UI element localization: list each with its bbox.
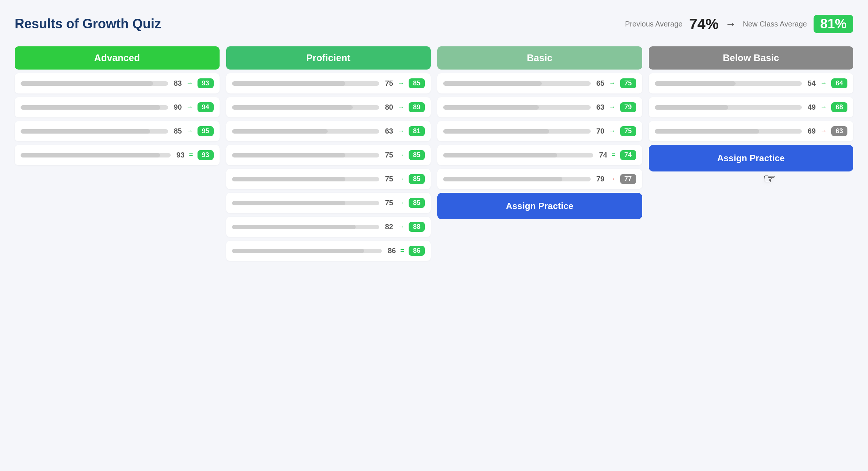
column-basic: Basic65→7563→7970→7574=7479→77Assign Pra… [437,46,642,223]
score-bar [21,129,168,134]
score-new: 64 [831,78,847,88]
student-row: 49→68 [649,97,854,117]
score-previous: 65 [594,79,605,88]
averages-section: Previous Average 74% → New Class Average… [625,15,853,33]
column-advanced: Advanced83→9390→9485→9593=93 [15,46,220,169]
score-previous: 93 [174,151,185,159]
score-change-arrow: = [612,151,616,159]
score-new: 74 [620,150,636,160]
score-bar [21,153,171,157]
new-avg-value: 81% [814,15,853,33]
score-previous: 86 [385,247,396,255]
student-row: 75→85 [226,169,431,189]
score-bar [232,81,380,86]
score-change-arrow: → [820,103,827,111]
score-previous: 49 [805,103,816,111]
score-new: 89 [409,102,425,112]
score-new: 79 [620,102,636,112]
score-change-arrow: → [398,103,404,111]
score-previous: 69 [805,127,816,135]
student-row: 63→79 [437,97,642,117]
score-new: 94 [198,102,214,112]
column-below-basic: Below Basic54→6449→6869→63Assign Practic… [649,46,854,175]
student-row: 75→85 [226,193,431,213]
score-bar [21,105,168,110]
score-change-arrow: → [398,175,404,183]
score-change-arrow: → [398,79,404,87]
score-change-arrow: → [820,79,827,87]
score-previous: 74 [597,151,607,159]
column-proficient: Proficient75→8580→8963→8175→8575→8575→85… [226,46,431,265]
score-change-arrow: → [609,103,616,111]
score-previous: 70 [594,127,605,135]
score-previous: 82 [383,223,393,231]
score-previous: 75 [383,199,393,207]
score-new: 68 [831,102,847,112]
new-avg-label: New Class Average [743,20,807,28]
score-change-arrow: → [398,199,404,207]
student-row: 75→85 [226,73,431,93]
score-new: 93 [198,150,214,160]
student-row: 65→75 [437,73,642,93]
page-header: Results of Growth Quiz Previous Average … [15,15,853,33]
score-bar [232,105,380,110]
assign-practice-button-basic[interactable]: Assign Practice [437,193,642,219]
score-bar [232,249,382,253]
score-previous: 79 [594,175,605,183]
score-bar [443,129,591,134]
score-bar [443,153,593,157]
score-previous: 63 [383,127,393,135]
score-change-arrow: → [820,127,827,135]
student-row: 69→63 [649,121,854,141]
prev-avg-label: Previous Average [625,20,682,28]
assign-btn-wrapper: Assign Practice☞ [649,145,854,175]
score-new: 85 [409,198,425,208]
score-change-arrow: → [398,151,404,159]
score-bar [232,129,380,134]
page-title: Results of Growth Quiz [15,16,625,32]
score-bar [232,177,380,181]
score-previous: 80 [383,103,393,111]
score-new: 85 [409,174,425,184]
score-bar [443,105,591,110]
score-previous: 54 [805,79,816,88]
student-row: 74=74 [437,145,642,165]
student-row: 80→89 [226,97,431,117]
score-new: 75 [620,126,636,136]
score-bar [232,225,380,229]
column-header-below-basic: Below Basic [649,46,854,70]
score-bar [232,153,380,157]
score-change-arrow: → [398,223,404,231]
student-row: 93=93 [15,145,220,165]
results-columns: Advanced83→9390→9485→9593=93Proficient75… [15,46,853,265]
score-new: 85 [409,150,425,160]
score-bar [655,81,802,86]
score-new: 95 [198,126,214,136]
score-new: 77 [620,174,636,184]
assign-practice-button-below-basic[interactable]: Assign Practice [649,145,854,171]
cursor-icon: ☞ [763,171,776,187]
student-row: 70→75 [437,121,642,141]
score-new: 81 [409,126,425,136]
student-row: 63→81 [226,121,431,141]
student-row: 54→64 [649,73,854,93]
score-change-arrow: → [609,79,616,87]
prev-avg-value: 74% [689,16,719,32]
score-previous: 75 [383,151,393,159]
score-bar [232,201,380,205]
score-new: 88 [409,222,425,232]
score-bar [21,81,168,86]
score-change-arrow: → [186,127,193,135]
score-change-arrow: → [186,79,193,87]
score-change-arrow: → [398,127,404,135]
student-row: 79→77 [437,169,642,189]
score-new: 85 [409,78,425,88]
avg-arrow: → [725,18,736,30]
column-header-basic: Basic [437,46,642,70]
score-bar [655,129,802,134]
score-change-arrow: → [186,103,193,111]
score-change-arrow: = [400,247,404,255]
score-previous: 90 [172,103,182,111]
score-previous: 75 [383,175,393,183]
score-new: 93 [198,78,214,88]
